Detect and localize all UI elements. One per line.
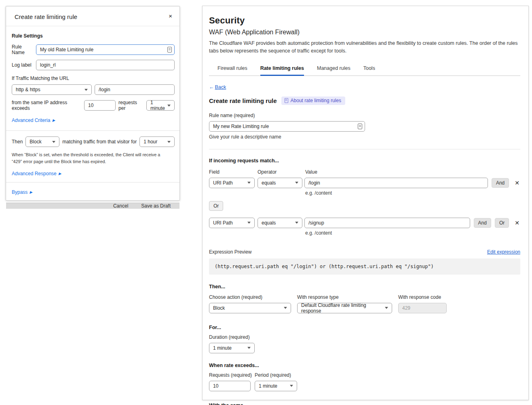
about-rate-limiting-badge[interactable]: About rate limiting rules <box>281 97 345 105</box>
tab-tools[interactable]: Tools <box>363 62 375 76</box>
period-select[interactable]: 1 minute <box>146 100 175 111</box>
rule-name-field <box>209 121 365 132</box>
log-label-label: Log label <box>12 62 36 68</box>
operator-select-value: equals <box>262 180 276 186</box>
divider <box>209 149 520 149</box>
requests-column: Requests (required) <box>209 372 251 391</box>
chevron-down-icon <box>247 222 251 224</box>
chevron-down-icon <box>167 141 171 143</box>
response-code-input <box>398 303 447 313</box>
response-code-label: With response code <box>398 294 447 300</box>
page-title: Security <box>209 15 520 26</box>
chevron-down-icon <box>284 307 287 309</box>
rule-name-input[interactable] <box>213 124 358 129</box>
period-value: 1 minute <box>259 383 277 389</box>
field-select-value: URI Path <box>213 180 233 186</box>
rule-name-help: Give your rule a descriptive name <box>209 134 520 140</box>
value-input[interactable] <box>304 178 488 188</box>
and-condition-button[interactable]: And <box>492 178 509 188</box>
and-condition-button[interactable]: And <box>474 218 491 228</box>
then-section: Then Block matching traffic from that vi… <box>6 130 179 182</box>
same-heading: With the same... <box>209 403 520 405</box>
bypass-section: Bypass ▶ <box>6 182 179 203</box>
tab-managed-rules[interactable]: Managed rules <box>317 62 350 76</box>
chevron-down-icon <box>385 307 388 309</box>
url-input[interactable] <box>95 84 175 95</box>
back-label: Back <box>215 84 226 90</box>
rule-name-input[interactable] <box>40 47 167 52</box>
response-type-column: With response type Default Cloudflare ra… <box>297 294 392 313</box>
requests-suffix-text: requests per <box>118 100 144 111</box>
ban-duration-select[interactable]: 1 hour <box>139 136 175 147</box>
response-code-column: With response code <box>398 294 447 313</box>
requests-input[interactable] <box>209 381 251 391</box>
choose-action-select[interactable]: Block <box>209 303 291 313</box>
period-column: Period (required) 1 minute <box>255 372 297 391</box>
operator-label: Operator <box>258 169 305 175</box>
back-link[interactable]: ←Back <box>209 84 226 90</box>
chevron-down-icon <box>290 385 293 387</box>
bypass-link[interactable]: Bypass ▶ <box>12 189 32 195</box>
disclosure-icon: ▶ <box>52 118 55 122</box>
legacy-rate-limiting-dialog: Create rate limiting rule × Rule Setting… <box>6 6 180 201</box>
duration-select[interactable]: 1 minute <box>209 343 255 353</box>
remove-condition-icon[interactable]: ✕ <box>514 179 520 187</box>
period-select[interactable]: 1 minute <box>255 381 297 391</box>
response-type-value: Default Cloudflare rate limiting respons… <box>301 302 382 314</box>
operator-select[interactable]: equals <box>258 178 302 188</box>
edit-expression-link[interactable]: Edit expression <box>487 249 520 255</box>
scheme-select-value: http & https <box>16 87 40 92</box>
url-match-row: http & https <box>12 84 175 95</box>
form-title-row: Create rate limiting rule About rate lim… <box>209 97 520 105</box>
rule-name-label: Rule name (required) <box>209 113 520 118</box>
remove-condition-icon[interactable]: ✕ <box>514 219 520 227</box>
expression-preview-label: Expression Preview <box>209 249 251 255</box>
action-columns: Choose action (required) Block With resp… <box>209 294 520 313</box>
about-badge-label: About rate limiting rules <box>291 98 341 103</box>
operator-select-value: equals <box>262 220 276 226</box>
advanced-response-link[interactable]: Advanced Response ▶ <box>12 171 61 176</box>
block-note-text: When “Block” is set, when the threshold … <box>12 151 170 165</box>
field-select[interactable]: URI Path <box>209 178 255 188</box>
then-heading: Then... <box>209 284 520 290</box>
tab-rate-limiting-rules[interactable]: Rate limiting rules <box>260 62 304 76</box>
action-select-value: Block <box>30 139 41 145</box>
log-label-input[interactable] <box>36 60 175 70</box>
field-select[interactable]: URI Path <box>209 218 255 228</box>
then-label: Then <box>12 139 23 145</box>
chevron-down-icon <box>167 105 171 107</box>
value-label: Value <box>305 169 520 175</box>
match-heading: If incoming requests match... <box>209 158 520 164</box>
then-row: Then Block matching traffic from that vi… <box>12 136 175 147</box>
save-as-draft-button[interactable]: Save as Draft <box>141 203 171 209</box>
or-condition-button[interactable]: Or <box>495 218 509 228</box>
or-condition-button[interactable]: Or <box>209 201 223 211</box>
document-icon <box>285 98 288 103</box>
tab-firewall-rules[interactable]: Firewall rules <box>217 62 247 76</box>
disclosure-icon: ▶ <box>30 190 32 194</box>
choose-action-label: Choose action (required) <box>209 294 291 300</box>
action-select[interactable]: Block <box>25 136 59 147</box>
security-waf-panel: Security WAF (Web Application Firewall) … <box>202 6 529 400</box>
disclosure-icon: ▶ <box>59 172 61 176</box>
autofill-icon <box>167 47 172 52</box>
dialog-header: Create rate limiting rule × <box>6 6 179 26</box>
period-select-value: 1 minute <box>150 100 165 111</box>
dialog-body: Rule Settings Rule Name Log label If Tra… <box>6 26 179 130</box>
scheme-select[interactable]: http & https <box>12 84 92 95</box>
rule-name-row: Rule Name <box>12 44 175 55</box>
choose-action-value: Block <box>213 305 225 311</box>
close-icon[interactable]: × <box>167 11 174 21</box>
rule-settings-heading: Rule Settings <box>12 33 175 39</box>
chevron-down-icon <box>247 347 251 349</box>
requests-input[interactable] <box>84 100 116 111</box>
value-input[interactable] <box>304 218 470 228</box>
condition-labels: Field Operator Value <box>209 169 520 175</box>
cancel-button[interactable]: Cancel <box>113 203 128 209</box>
operator-select[interactable]: equals <box>258 218 302 228</box>
expression-preview-code: (http.request.uri.path eq "/login") or (… <box>209 258 520 275</box>
period-label: Period (required) <box>255 372 297 378</box>
response-type-select[interactable]: Default Cloudflare rate limiting respons… <box>297 303 392 313</box>
advanced-criteria-link[interactable]: Advanced Criteria ▶ <box>12 118 55 123</box>
log-label-row: Log label <box>12 60 175 70</box>
